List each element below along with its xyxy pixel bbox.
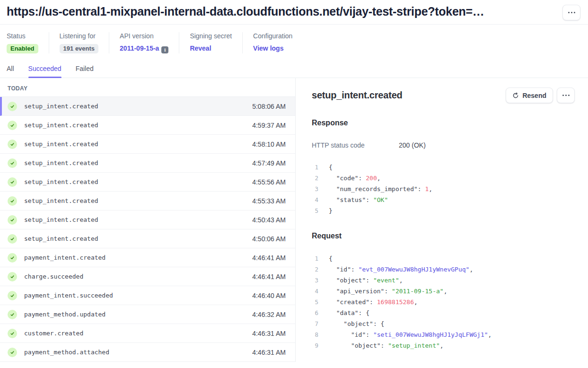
event-list-item[interactable]: customer.created4:46:31 AM: [0, 324, 295, 343]
ellipsis-icon: [562, 95, 570, 96]
success-check-icon: [8, 215, 17, 225]
code-token: "status":: [329, 194, 373, 205]
line-number: 1: [312, 253, 318, 264]
success-check-icon: [8, 234, 17, 244]
success-check-icon: [8, 158, 17, 168]
code-token: "event": [373, 275, 399, 286]
event-list-item[interactable]: setup_intent.created5:08:06 AM: [0, 97, 295, 116]
event-name: charge.succeeded: [24, 273, 83, 280]
event-list-item[interactable]: payment_method.attached4:46:31 AM: [0, 343, 295, 362]
event-time: 4:59:37 AM: [252, 122, 286, 129]
code-line: 2 "code": 200,: [312, 173, 575, 184]
listening-label: Listening for: [60, 32, 99, 40]
line-number: 4: [312, 286, 318, 297]
event-list-item[interactable]: setup_intent.created4:58:10 AM: [0, 135, 295, 154]
status-col-configuration: Configuration View logs: [242, 32, 303, 53]
status-col-listening: Listening for 191 events: [49, 32, 109, 53]
code-line: 4 "status": "OK": [312, 194, 575, 205]
response-section-heading: Response: [312, 119, 575, 127]
code-token: 1: [425, 184, 429, 194]
code-token: "api_version":: [329, 286, 392, 297]
event-list-item[interactable]: payment_method.updated4:46:32 AM: [0, 305, 295, 324]
success-check-icon: [8, 121, 17, 130]
tab-succeeded[interactable]: Succeeded: [28, 65, 61, 78]
code-token: ,: [414, 297, 418, 307]
event-name: payment_intent.created: [24, 254, 105, 261]
event-list-item[interactable]: setup_intent.created4:50:06 AM: [0, 229, 295, 248]
event-list-item[interactable]: setup_intent.created4:57:49 AM: [0, 154, 295, 173]
code-token: 1698815286: [377, 297, 414, 307]
event-time: 4:46:31 AM: [252, 349, 286, 356]
code-token: "OK": [373, 194, 388, 205]
event-name: setup_intent.created: [24, 216, 98, 223]
status-label: Status: [7, 32, 38, 40]
request-section-heading: Request: [312, 232, 575, 240]
event-list-item[interactable]: charge.succeeded4:46:41 AM: [0, 267, 295, 286]
http-status-label: HTTP status code: [312, 141, 399, 149]
event-name: setup_intent.created: [24, 103, 98, 110]
event-list-item[interactable]: payment_intent.succeeded4:46:40 AM: [0, 286, 295, 305]
api-version-label: API version: [120, 32, 168, 40]
detail-header: setup_intent.created Resend: [312, 88, 575, 103]
event-list-item[interactable]: setup_intent.created4:50:43 AM: [0, 210, 295, 229]
resend-button[interactable]: Resend: [506, 88, 553, 103]
event-name: setup_intent.created: [24, 122, 98, 129]
header-overflow-button[interactable]: [562, 5, 580, 20]
code-token: ,: [444, 286, 448, 297]
event-list-item[interactable]: setup_intent.created4:55:33 AM: [0, 192, 295, 210]
code-line: 6 "data": {: [312, 307, 575, 318]
line-number: 5: [312, 205, 318, 216]
event-time: 4:50:06 AM: [252, 235, 286, 243]
code-token: ,: [440, 340, 444, 351]
tab-failed[interactable]: Failed: [76, 65, 94, 78]
ellipsis-icon: [568, 12, 575, 13]
success-check-icon: [8, 348, 17, 357]
main-content: TODAY setup_intent.created5:08:06 AMsetu…: [0, 78, 588, 362]
success-check-icon: [8, 291, 17, 300]
code-line: 5 "created": 1698815286,: [312, 297, 575, 307]
event-list-item[interactable]: setup_intent.created4:55:56 AM: [0, 173, 295, 192]
code-token: }: [329, 205, 333, 216]
status-col-signing-secret: Signing secret Reveal: [179, 32, 242, 53]
event-time: 4:46:31 AM: [252, 330, 286, 337]
resend-button-label: Resend: [522, 92, 546, 99]
code-token: ,: [488, 329, 492, 340]
event-time: 5:08:06 AM: [252, 103, 286, 110]
http-status-value: 200 (OK): [399, 141, 426, 149]
code-token: "object": {: [329, 318, 384, 329]
code-token: {: [329, 162, 333, 173]
event-detail-title: setup_intent.created: [312, 90, 403, 101]
success-check-icon: [8, 140, 17, 149]
line-number: 1: [312, 162, 318, 173]
response-code-block: 1{2 "code": 200,3 "num_records_imported"…: [312, 162, 575, 216]
event-list-item[interactable]: setup_intent.created4:59:37 AM: [0, 116, 295, 135]
code-line: 5}: [312, 205, 575, 216]
code-line: 8 "id": "seti_007WewuJW8hgHJ1yJqLFWGj1",: [312, 329, 575, 340]
event-time: 4:55:56 AM: [252, 178, 286, 186]
event-time: 4:46:32 AM: [252, 311, 286, 318]
line-number: 8: [312, 329, 318, 340]
success-check-icon: [8, 102, 17, 111]
code-token: "created":: [329, 297, 377, 307]
code-line: 1{: [312, 162, 575, 173]
reveal-secret-link[interactable]: Reveal: [190, 44, 211, 52]
tab-all[interactable]: All: [7, 65, 14, 78]
status-col-status: Status Enabled: [7, 32, 49, 53]
event-name: setup_intent.created: [24, 197, 98, 204]
code-token: "setup_intent": [388, 340, 440, 351]
detail-overflow-button[interactable]: [557, 88, 575, 103]
object-id-link[interactable]: "seti_007WewuJW8hgHJ1yJqLFWGj1": [373, 329, 488, 340]
view-logs-link[interactable]: View logs: [253, 44, 283, 52]
info-icon[interactable]: i: [161, 46, 168, 53]
api-version-link[interactable]: 2011-09-15-a: [120, 44, 159, 52]
line-number: 7: [312, 318, 318, 329]
event-name: payment_method.attached: [24, 349, 109, 356]
object-id-link[interactable]: "evt_007WewuJW8hgHJ1yWnevGPuq": [359, 264, 470, 275]
event-list-item[interactable]: payment_intent.created4:46:41 AM: [0, 248, 295, 267]
line-number: 6: [312, 307, 318, 318]
http-status-row: HTTP status code 200 (OK): [312, 141, 575, 149]
code-line: 9 "object": "setup_intent",: [312, 340, 575, 351]
event-name: setup_intent.created: [24, 159, 98, 166]
code-token: {: [329, 253, 333, 264]
event-filter-tabs: AllSucceededFailed: [0, 60, 588, 78]
